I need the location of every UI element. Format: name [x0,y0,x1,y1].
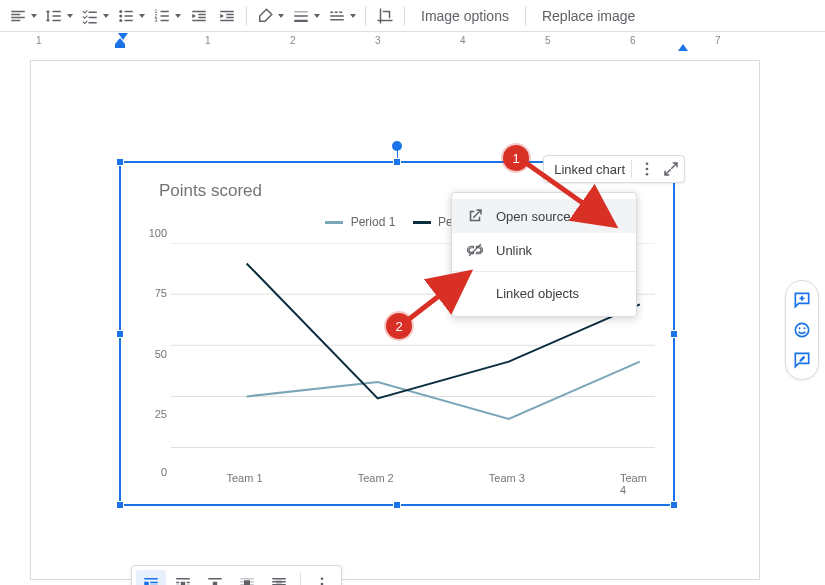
legend-label: Period 1 [351,215,396,229]
svg-point-1 [119,14,122,17]
menu-linked-objects[interactable]: Linked objects [452,276,636,310]
ruler-number: 5 [545,35,551,46]
svg-point-11 [646,162,649,165]
toolbar: 123 Image options Replace image [0,0,825,32]
annotation-badge-2: 2 [386,313,412,339]
x-label: Team 1 [227,472,263,484]
replace-image-button[interactable]: Replace image [532,3,645,29]
menu-label: Unlink [496,243,532,258]
increase-indent-button[interactable] [214,3,240,29]
border-weight-button[interactable] [289,3,323,29]
svg-point-21 [795,323,808,336]
wrap-behind-button[interactable] [232,570,262,585]
svg-point-22 [799,327,801,329]
legend-swatch-period1 [325,221,343,224]
linked-chart-options-button[interactable] [638,160,656,178]
ruler-number: 2 [290,35,296,46]
menu-open-source[interactable]: Open source [452,199,636,233]
linked-chart-object[interactable]: Points scored Period 1 Period 2 [119,161,675,506]
blank-icon [466,284,484,302]
ruler-number: 3 [375,35,381,46]
inline-wrap-toolbar [131,565,342,585]
align-left-button[interactable] [6,3,40,29]
linked-chart-chip: Linked chart [543,155,685,183]
right-indent-marker[interactable] [678,44,688,51]
svg-point-0 [119,10,122,13]
decrease-indent-button[interactable] [186,3,212,29]
add-comment-button[interactable] [789,287,815,313]
image-options-button[interactable]: Image options [411,3,519,29]
menu-label: Open source [496,209,570,224]
wrap-more-button[interactable] [307,570,337,585]
y-tick: 0 [161,466,167,478]
x-label: Team 3 [489,472,525,484]
ruler-number: 7 [715,35,721,46]
page: Points scored Period 1 Period 2 [30,60,760,580]
svg-point-2 [119,19,122,22]
svg-rect-16 [244,580,250,585]
ruler-number: 4 [460,35,466,46]
y-tick: 50 [155,348,167,360]
border-color-button[interactable] [253,3,287,29]
linked-chart-label: Linked chart [554,162,625,177]
wrap-text-button[interactable] [168,570,198,585]
toolbar-separator [365,6,366,26]
toolbar-separator [525,6,526,26]
wrap-inline-button[interactable] [136,570,166,585]
wrap-break-button[interactable] [200,570,230,585]
bulleted-list-button[interactable] [114,3,148,29]
left-indent-marker[interactable] [115,44,125,48]
menu-label: Linked objects [496,286,579,301]
ruler-number: 1 [205,35,211,46]
more-vert-icon [313,575,331,585]
svg-point-23 [804,327,806,329]
toolbar-separator [246,6,247,26]
more-vert-icon [638,160,656,178]
suggest-edits-button[interactable] [789,347,815,373]
ruler-number: 6 [630,35,636,46]
side-rail [785,280,819,380]
svg-point-13 [646,173,649,176]
checklist-button[interactable] [78,3,112,29]
toolbar-separator [404,6,405,26]
menu-unlink[interactable]: Unlink [452,233,636,267]
unlink-button[interactable] [662,160,680,178]
linked-chart-menu: Open source Unlink Linked objects [451,192,637,317]
annotation-badge-1: 1 [503,145,529,171]
legend-swatch-period2 [413,221,431,224]
y-tick: 25 [155,408,167,420]
border-dash-button[interactable] [325,3,359,29]
svg-text:3: 3 [155,17,158,23]
crop-button[interactable] [372,3,398,29]
menu-divider [452,271,636,272]
wrap-front-button[interactable] [264,570,294,585]
x-label: Team 2 [358,472,394,484]
svg-point-12 [646,168,649,171]
line-spacing-button[interactable] [42,3,76,29]
wrap-separator [300,573,301,585]
y-tick: 100 [149,227,167,239]
rotate-handle[interactable] [392,141,402,151]
numbered-list-button[interactable]: 123 [150,3,184,29]
ruler: 1 1 2 3 4 5 6 7 [0,32,825,54]
chip-separator [631,160,632,178]
y-tick: 75 [155,287,167,299]
unlink-icon [466,241,484,259]
svg-point-18 [321,577,324,580]
ruler-number: 1 [36,35,42,46]
open-in-new-icon [466,207,484,225]
unlink-collapse-icon [662,160,680,178]
x-label: Team 4 [620,472,655,496]
emoji-reaction-button[interactable] [789,317,815,343]
